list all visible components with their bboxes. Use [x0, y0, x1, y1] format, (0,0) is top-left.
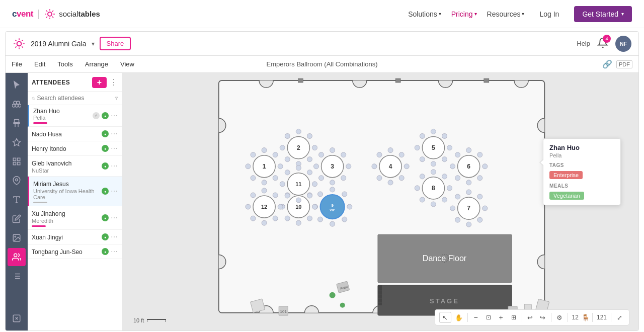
svg-point-101 [415, 145, 420, 150]
svg-point-32 [16, 179, 18, 181]
login-button[interactable]: Log In [534, 7, 564, 21]
attendee-item[interactable]: Miriam Jesus University of Iowa Health C… [28, 177, 122, 206]
canvas-area[interactable]: 1 2 [122, 73, 638, 330]
event-dropdown-caret[interactable]: ▾ [92, 40, 95, 47]
svg-text:11: 11 [295, 181, 301, 187]
svg-point-171 [251, 216, 256, 221]
zoom-fit-btn[interactable]: ⊞ [508, 312, 519, 323]
menu-arrange[interactable]: Arrange [79, 56, 114, 73]
share-button[interactable]: Share [100, 37, 131, 50]
divider-6 [611, 313, 611, 322]
svg-point-107 [482, 164, 488, 169]
nav-solutions[interactable]: Solutions ▾ [408, 10, 441, 18]
svg-point-115 [466, 190, 471, 195]
attendee-item[interactable]: Xuan Jingyi ● ⋯ [28, 230, 122, 244]
sidebar-star-tool[interactable] [8, 133, 26, 151]
svg-point-88 [399, 176, 404, 181]
redo-btn[interactable]: ↪ [537, 312, 548, 323]
svg-point-56 [273, 152, 278, 157]
attendees-menu-button[interactable]: ⋮ [110, 78, 118, 87]
attendee-item[interactable]: Zhan Huo Pella ✓ ● ⋯ [28, 105, 122, 127]
attendee-options[interactable]: ⋯ [111, 214, 118, 222]
nav-pricing[interactable]: Pricing ▾ [451, 10, 477, 18]
divider-1 [467, 313, 468, 322]
svg-point-55 [262, 148, 267, 153]
solutions-caret: ▾ [439, 11, 441, 17]
shapes-icon [12, 100, 21, 109]
chair-icon [12, 119, 21, 128]
scale-label: 10 ft [133, 317, 144, 323]
help-link[interactable]: Help [577, 40, 590, 47]
notifications-button[interactable]: 4 [597, 37, 608, 50]
sidebar-grid-tool[interactable] [8, 152, 26, 171]
app-logo-small [13, 37, 26, 50]
card-tags-label: Tags [549, 162, 614, 168]
svg-point-22 [18, 104, 21, 107]
attendee-bar [33, 202, 47, 203]
logo-divider: | [37, 8, 40, 20]
menu-bar: File Edit Tools Arrange View Emperors Ba… [6, 56, 638, 73]
sidebar-location-tool[interactable] [8, 172, 26, 190]
svg-point-131 [415, 186, 420, 191]
svg-point-97 [447, 145, 452, 150]
svg-rect-30 [13, 162, 16, 165]
divider-5 [592, 313, 593, 322]
top-nav: cvent | socialtables Solutions ▾ Pricin [0, 0, 644, 28]
fit-screen-btn[interactable]: ⊡ [483, 312, 494, 323]
svg-text:VIP: VIP [330, 208, 336, 212]
sidebar-pen-tool[interactable] [8, 210, 26, 228]
sidebar-settings-tool[interactable] [8, 309, 26, 327]
attendee-item[interactable]: Tongbang Jun-Seo ● ⋯ [28, 244, 122, 259]
link-icon[interactable]: 🔗 [602, 59, 612, 69]
svg-point-62 [251, 152, 256, 157]
svg-point-70 [285, 157, 290, 162]
user-avatar[interactable]: NF [615, 36, 631, 52]
get-started-button[interactable]: Get Started ▾ [574, 6, 632, 22]
pdf-icon[interactable]: PDF [616, 60, 632, 68]
bottom-toolbar: ↖ ✋ − ⊡ + ⊞ ↩ ↪ ⚙ 12 🪑 121 ⤢ [435, 309, 629, 325]
settings-btn[interactable]: ⚙ [554, 312, 565, 323]
filter-icon[interactable] [115, 95, 118, 102]
attendee-item[interactable]: Nado Husa ● ⋯ [28, 127, 122, 141]
attendee-options[interactable]: ⋯ [111, 112, 118, 120]
svg-point-148 [312, 204, 317, 209]
expand-btn[interactable]: ⤢ [614, 312, 625, 323]
menu-tools[interactable]: Tools [51, 56, 78, 73]
attendee-item[interactable]: Henry Itondo ● ⋯ [28, 141, 122, 156]
sidebar-text-tool[interactable] [8, 191, 26, 209]
attendee-options[interactable]: ⋯ [111, 187, 118, 195]
svg-point-138 [342, 217, 347, 222]
svg-line-14 [15, 40, 16, 41]
attendee-bar [33, 122, 47, 124]
zoom-in-btn[interactable]: + [496, 312, 507, 323]
attendee-item[interactable]: Xu Jinahong Meredith ● ⋯ [28, 206, 122, 230]
undo-btn[interactable]: ↩ [525, 312, 536, 323]
svg-point-18 [14, 101, 17, 104]
svg-point-121 [450, 206, 455, 211]
pan-tool-btn[interactable]: ✋ [453, 312, 465, 323]
svg-point-167 [273, 193, 278, 198]
sidebar-chair-tool[interactable] [8, 114, 26, 132]
attendee-options[interactable]: ⋯ [111, 130, 118, 138]
sidebar-attendees-tool[interactable] [8, 248, 26, 266]
attendee-options[interactable]: ⋯ [111, 162, 118, 170]
sidebar-shapes-tool[interactable] [8, 95, 26, 113]
sidebar-cursor-tool[interactable] [8, 76, 26, 94]
svg-point-81 [313, 164, 318, 169]
search-attendees-input[interactable] [37, 95, 113, 102]
sidebar-image-tool[interactable] [8, 229, 26, 247]
card-company: Pella [549, 152, 614, 158]
nav-resources[interactable]: Resources ▾ [487, 10, 525, 18]
add-attendee-button[interactable]: + [92, 77, 107, 88]
attendee-options[interactable]: ⋯ [111, 247, 118, 256]
menu-view[interactable]: View [114, 56, 140, 73]
attendee-item[interactable]: Gleb Ivanovich NuStar ● ⋯ [28, 156, 122, 177]
menu-file[interactable]: File [6, 56, 28, 73]
svg-point-122 [455, 194, 460, 199]
menu-edit[interactable]: Edit [28, 56, 51, 73]
zoom-out-btn[interactable]: − [470, 312, 481, 323]
attendee-options[interactable]: ⋯ [111, 144, 118, 152]
select-tool-btn[interactable]: ↖ [439, 312, 451, 323]
sidebar-list-tool[interactable] [8, 267, 26, 285]
attendee-options[interactable]: ⋯ [111, 233, 118, 241]
